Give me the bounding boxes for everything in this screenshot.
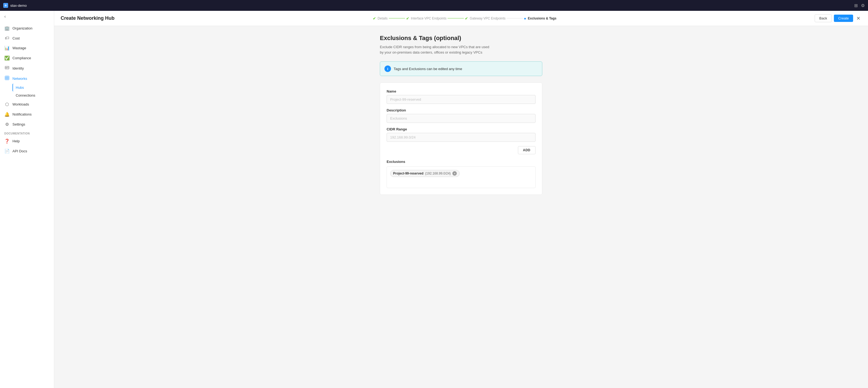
step-interface-vpc-label: Interface VPC Endpoints [411,17,446,20]
name-label: Name [386,89,535,93]
step-details-icon: ✔ [373,16,376,21]
page-title: Create Networking Hub [61,15,115,21]
description-label: Description [386,108,535,112]
api-docs-icon: 📄 [4,149,10,154]
sidebar-item-identity[interactable]: Identity [0,63,54,73]
sidebar-item-organization[interactable]: 🏢 Organization [0,23,54,33]
organization-icon: 🏢 [4,26,10,31]
svg-point-2 [6,67,7,68]
topbar: stax-demo ⊞ ⚙ [0,0,868,11]
hubs-label: Hubs [16,86,24,90]
step-gateway-vpc-label: Gateway VPC Endpoints [470,17,505,20]
sidebar-item-compliance[interactable]: ✅ Compliance [0,53,54,63]
cidr-group: CIDR Range [386,127,535,142]
help-icon: ❓ [4,138,10,144]
exclusion-tag-cidr: (192.168.99.0/24) [425,171,451,175]
networks-icon [4,76,10,81]
compliance-icon: ✅ [4,56,10,61]
create-button[interactable]: Create [834,14,853,22]
exclusion-remove-button[interactable]: ✕ [453,171,457,175]
back-button[interactable]: Back [815,14,832,22]
step-details-label: Details [378,17,388,20]
step-interface-vpc: ✔ Interface VPC Endpoints [406,16,446,21]
sidebar: ‹ 🏢 Organization 🏷 Cost 📊 Wastage ✅ Comp… [0,11,54,388]
exclusion-tag-0: Project-99-reserved (192.168.99.0/24) ✕ [390,170,460,177]
close-button[interactable]: ✕ [855,14,862,23]
sidebar-item-cost[interactable]: 🏷 Cost [0,33,54,43]
step-exclusions-icon: ● [524,16,526,21]
form-card: Name Description CIDR Range ADD Ex [380,83,542,195]
exclusions-list: Project-99-reserved (192.168.99.0/24) ✕ [386,166,535,188]
exclusions-section-title: Exclusions [386,160,535,164]
sidebar-sub-item-hubs[interactable]: Hubs [12,84,54,92]
cidr-input[interactable] [386,133,535,142]
step-interface-vpc-icon: ✔ [406,16,409,21]
form-title: Exclusions & Tags (optional) [380,35,542,42]
app-name: stax-demo [10,3,27,7]
name-group: Name [386,89,535,104]
connector-1 [389,18,405,19]
api-docs-label: API Docs [12,149,27,153]
svg-rect-5 [5,76,9,80]
form-subtitle: Exclude CIDR ranges from being allocated… [380,44,542,55]
sidebar-item-label: Workloads [12,102,29,106]
info-text: Tags and Exclusions can be edited any ti… [394,67,462,71]
sidebar-sub-item-connections[interactable]: Connections [12,92,54,99]
doc-section-label: DOCUMENTATION [0,129,54,136]
info-icon: i [384,65,391,72]
identity-icon [4,65,10,71]
sidebar-item-networks[interactable]: Networks [0,73,54,84]
connections-label: Connections [16,93,35,97]
sidebar-item-label: Cost [12,36,20,40]
sidebar-item-api-docs[interactable]: 📄 API Docs [0,146,54,156]
add-button[interactable]: ADD [518,146,536,154]
sidebar-item-label: Networks [12,76,27,80]
step-exclusions-tags: ● Exclusions & Tags [524,16,556,21]
form-container: Exclusions & Tags (optional) Exclude CID… [380,35,542,379]
stepper: ✔ Details ✔ Interface VPC Endpoints ✔ Ga… [373,16,556,21]
sidebar-item-workloads[interactable]: ⬡ Workloads [0,99,54,109]
description-input[interactable] [386,114,535,123]
content-body: Exclusions & Tags (optional) Exclude CID… [54,26,868,388]
cost-icon: 🏷 [4,36,10,41]
app-logo [3,3,8,8]
settings-icon[interactable]: ⚙ [861,3,865,8]
sidebar-item-label: Notifications [12,112,32,116]
workloads-icon: ⬡ [4,102,10,107]
sidebar-collapse-button[interactable]: ‹ [0,11,54,22]
sidebar-item-help[interactable]: ❓ Help [0,136,54,146]
add-row: ADD [386,146,535,154]
sidebar-item-label: Settings [12,122,25,126]
connector-3 [506,18,523,19]
settings-gear-icon: ⚙ [4,122,10,127]
step-gateway-vpc: ✔ Gateway VPC Endpoints [465,16,505,21]
sidebar-item-label: Identity [12,66,24,70]
sidebar-item-label: Compliance [12,56,31,60]
name-input[interactable] [386,95,535,104]
sidebar-item-label: Wastage [12,46,26,50]
sidebar-item-wastage[interactable]: 📊 Wastage [0,43,54,53]
step-exclusions-label: Exclusions & Tags [528,17,556,20]
step-gateway-vpc-icon: ✔ [465,16,468,21]
sidebar-item-settings[interactable]: ⚙ Settings [0,119,54,129]
grid-icon[interactable]: ⊞ [854,3,858,8]
description-group: Description [386,108,535,123]
notifications-icon: 🔔 [4,112,10,117]
exclusion-tag-name: Project-99-reserved [393,171,424,175]
help-label: Help [12,139,20,143]
sidebar-item-notifications[interactable]: 🔔 Notifications [0,109,54,119]
content-header: Create Networking Hub ✔ Details ✔ Interf… [54,11,868,26]
cidr-label: CIDR Range [386,127,535,131]
sidebar-item-label: Organization [12,26,32,30]
connector-2 [447,18,464,19]
info-box: i Tags and Exclusions can be edited any … [380,61,542,76]
wastage-icon: 📊 [4,45,10,51]
step-details: ✔ Details [373,16,388,21]
